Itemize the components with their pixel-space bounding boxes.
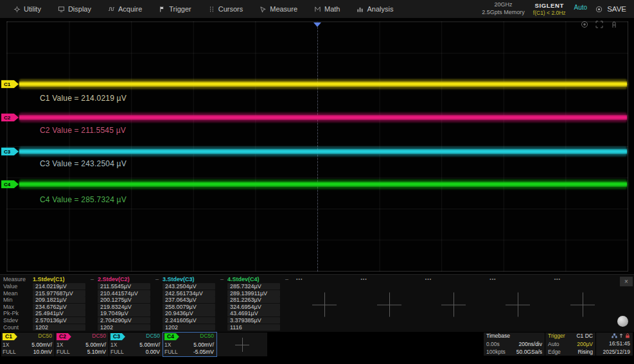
clock-date: 2025/12/19 xyxy=(603,349,630,355)
channel-box-c3[interactable]: C3 DC50 1X5.00mV/ FULL0.00V xyxy=(109,333,163,356)
menubar-right: 20GHz 2.5Gpts Memory SIGLENT f(C1) < 2.0… xyxy=(482,1,629,16)
menu-display-label: Display xyxy=(68,5,91,13)
trigger-mode: Auto xyxy=(548,342,559,347)
menu-measure[interactable]: Measure xyxy=(251,0,306,18)
lock-icon xyxy=(625,333,630,338)
add-channel-button[interactable] xyxy=(217,333,267,356)
utility-icon xyxy=(13,6,21,13)
menu-cursors[interactable]: Cursors xyxy=(200,0,252,18)
trigger-box[interactable]: TriggerC1 DC Auto200µV EdgeRising xyxy=(545,333,595,356)
measure-header-c2[interactable]: 2.Stdev(C2) xyxy=(98,276,130,282)
timebase-box[interactable]: Timebase 0.00s200ns/div 100kpts50.0GSa/s xyxy=(484,333,545,356)
analysis-icon xyxy=(357,6,364,13)
menu-utility[interactable]: Utility xyxy=(5,0,49,18)
measure-slot-empty-5: ••• xyxy=(550,276,615,331)
add-measurement-button[interactable] xyxy=(312,292,337,316)
trigger-position-marker[interactable] xyxy=(313,22,321,27)
c4-coupling: DC50 xyxy=(200,333,214,340)
measure-header-c3[interactable]: 3.Stdev(C3) xyxy=(163,276,195,282)
c3-badge: C3 xyxy=(110,333,125,340)
lan-icon xyxy=(612,333,617,338)
menubar: Utility Display Acquire Trigger Cursors … xyxy=(0,0,634,18)
math-icon xyxy=(314,6,321,13)
channel-bar: C1 DC50 1X5.00mV/ FULL10.0mV C2 DC50 1X5… xyxy=(0,332,634,357)
wifi-icon xyxy=(619,333,624,338)
trigger-title: Trigger xyxy=(548,333,565,339)
measure-header-c4[interactable]: 4.Stdev(C4) xyxy=(227,276,260,282)
menu-trigger[interactable]: Trigger xyxy=(150,0,199,18)
measure-column-c1: 1.Stdev(C1)– 214.0219µV 215.977687µV 209… xyxy=(33,276,98,331)
trigger-source: C1 DC xyxy=(576,333,593,339)
status-icons xyxy=(599,333,630,338)
memory-readout: 2.5Gpts Memory xyxy=(482,9,525,17)
slot-menu-ellipsis[interactable]: ••• xyxy=(554,277,561,281)
c2-badge: C2 xyxy=(57,333,71,340)
system-status-box[interactable]: 16:51:45 2025/12/19 xyxy=(596,333,633,356)
slot-menu-ellipsis[interactable]: ••• xyxy=(425,277,432,281)
acquisition-status: Auto xyxy=(574,1,588,11)
c4-badge: C4 xyxy=(164,333,179,340)
menu-display[interactable]: Display xyxy=(49,0,100,18)
c1-coupling: DC50 xyxy=(38,333,52,340)
gesture-icon[interactable] xyxy=(610,21,618,28)
timebase-points: 100kpts xyxy=(486,349,506,355)
measure-column-c3: 3.Stdev(C3)– 243.2504µV 242.561734µV 237… xyxy=(163,276,227,331)
measure-slot-empty-3: ••• xyxy=(421,276,486,331)
frequency-counter: f(C1) < 2.0Hz xyxy=(533,10,566,16)
measure-slot-empty-4: ••• xyxy=(486,276,550,331)
fullscreen-icon[interactable] xyxy=(595,21,603,28)
acquisition-info: 20GHz 2.5Gpts Memory xyxy=(482,1,525,16)
menu-measure-label: Measure xyxy=(270,5,297,13)
menu-acquire[interactable]: Acquire xyxy=(100,0,150,18)
c3-value-readout: C3 Value = 243.2504 µV xyxy=(40,159,127,168)
trigger-type: Edge xyxy=(548,349,561,355)
slot-menu-ellipsis[interactable]: ••• xyxy=(296,277,303,281)
clock-time: 16:51:45 xyxy=(609,341,630,347)
channel-box-c1[interactable]: C1 DC50 1X5.00mV/ FULL10.0mV xyxy=(1,333,55,356)
measure-icon xyxy=(260,6,267,13)
menu-math[interactable]: Math xyxy=(306,0,348,18)
add-measurement-button[interactable] xyxy=(377,292,401,316)
oscilloscope-screen: Utility Display Acquire Trigger Cursors … xyxy=(0,0,634,364)
menu-trigger-label: Trigger xyxy=(169,5,191,13)
save-label: SAVE xyxy=(607,5,626,13)
cursors-icon xyxy=(208,6,215,13)
c1-value-readout: C1 Value = 214.0219 µV xyxy=(40,94,127,103)
measure-slot-empty-2: ••• xyxy=(357,276,421,331)
collapse-dash[interactable]: – xyxy=(220,276,224,282)
collapse-dash[interactable]: – xyxy=(91,276,94,282)
plus-icon xyxy=(235,338,249,352)
slot-menu-ellipsis[interactable]: ••• xyxy=(360,277,367,281)
measure-slot-empty-1: ••• xyxy=(292,276,357,331)
save-button[interactable]: SAVE xyxy=(595,5,626,13)
measure-row-labels: Measure Value Mean Min Max Pk-Pk Stdev C… xyxy=(3,276,33,331)
trigger-icon xyxy=(159,6,166,13)
menu-math-label: Math xyxy=(324,5,340,13)
status-cluster: Timebase 0.00s200ns/div 100kpts50.0GSa/s… xyxy=(484,333,633,356)
slot-menu-ellipsis[interactable]: ••• xyxy=(489,277,496,281)
menu-analysis[interactable]: Analysis xyxy=(348,0,401,18)
c2-value-readout: C2 Value = 211.5545 µV xyxy=(40,126,126,135)
menu-utility-label: Utility xyxy=(24,5,41,13)
save-icon xyxy=(595,6,603,13)
channel-box-c2[interactable]: C2 DC50 1X5.00mV/ FULL5.10mV xyxy=(55,333,109,356)
add-measurement-button[interactable] xyxy=(570,292,595,316)
measure-header-c1[interactable]: 1.Stdev(C1) xyxy=(33,276,65,282)
timebase-scale: 200ns/div xyxy=(519,342,542,347)
floating-handle-button[interactable] xyxy=(617,316,628,327)
camera-icon[interactable] xyxy=(581,21,588,28)
collapse-dash[interactable]: – xyxy=(155,276,159,282)
add-measurement-button[interactable] xyxy=(441,292,466,316)
sample-rate: 50.0GSa/s xyxy=(516,349,542,355)
measure-panel: Measure Value Mean Min Max Pk-Pk Stdev C… xyxy=(0,274,634,332)
c2-coupling: DC50 xyxy=(92,333,106,340)
menu-analysis-label: Analysis xyxy=(367,5,393,13)
menu-acquire-label: Acquire xyxy=(118,5,142,13)
add-measurement-button[interactable] xyxy=(506,292,530,316)
channel-box-c4[interactable]: C4 DC50 1X5.00mV/ FULL-5.05mV xyxy=(163,333,216,356)
timebase-title: Timebase xyxy=(486,333,510,339)
measure-panel-close-button[interactable]: × xyxy=(620,277,633,286)
collapse-dash[interactable]: – xyxy=(285,276,288,282)
c4-value-readout: C4 Value = 285.7324 µV xyxy=(40,195,127,204)
bandwidth-readout: 20GHz xyxy=(482,1,525,9)
